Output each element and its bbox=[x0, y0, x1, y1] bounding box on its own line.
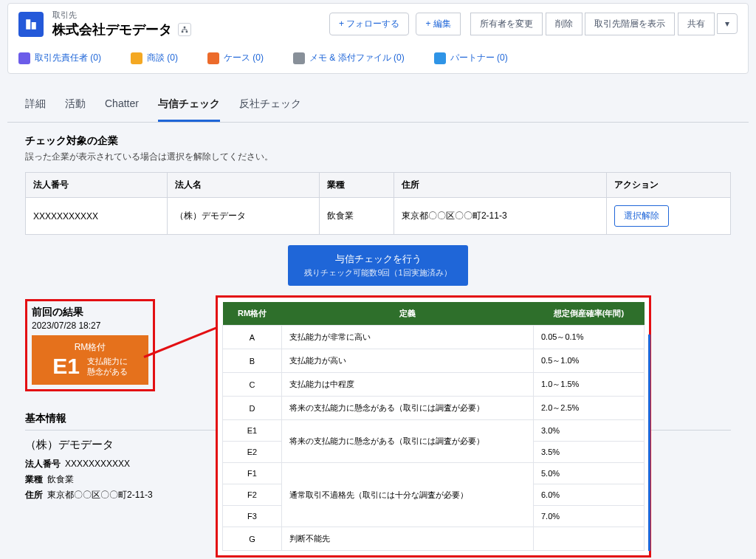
unselect-button[interactable]: 選択解除 bbox=[614, 205, 669, 227]
cell-grade: F2 bbox=[223, 484, 282, 506]
table-row: B支払能力が高い0.5～1.0% bbox=[223, 349, 645, 373]
cell-grade: B bbox=[223, 349, 282, 373]
col-address: 住所 bbox=[394, 173, 607, 198]
col-rm-grade: RM格付 bbox=[223, 302, 282, 326]
cell-probability: 0.05～0.1% bbox=[534, 326, 645, 349]
run-credit-check-button[interactable]: 与信チェックを行う 残りチェック可能数9回（1回実施済み） bbox=[288, 245, 467, 286]
table-row: C支払能力は中程度1.0～1.5% bbox=[223, 373, 645, 397]
section-title: チェック対象の企業 bbox=[25, 134, 731, 148]
rating-definition-table: RM格付 定義 想定倒産確率(年間) A支払能力が非常に高い0.05～0.1%B… bbox=[222, 302, 645, 551]
section-subtitle: 誤った企業が表示されている場合は選択を解除してください。 bbox=[25, 151, 731, 163]
cell-probability: 3.5% bbox=[534, 442, 645, 463]
previous-result-timestamp: 2023/07/28 18:27 bbox=[32, 320, 148, 331]
record-name: 株式会社デモデータ bbox=[52, 21, 172, 38]
rm-label: RM格付 bbox=[38, 341, 142, 354]
col-corp-name: 法人名 bbox=[168, 173, 320, 198]
cell-grade: C bbox=[223, 373, 282, 397]
related-cases[interactable]: ケース (0) bbox=[224, 52, 264, 64]
related-opportunities[interactable]: 商談 (0) bbox=[147, 52, 178, 64]
cell-definition: 将来の支払能力に懸念がある（取引には調査が必要） bbox=[282, 420, 534, 463]
tab-credit-check[interactable]: 与信チェック bbox=[158, 97, 220, 122]
related-contacts[interactable]: 取引先責任者 (0) bbox=[35, 52, 101, 64]
tab-antisocial-check[interactable]: 反社チェック bbox=[239, 97, 301, 122]
cell-grade: F1 bbox=[223, 463, 282, 484]
company-table: 法人番号 法人名 業種 住所 アクション XXXXXXXXXXX （株）デモデー… bbox=[25, 172, 731, 235]
col-probability: 想定倒産確率(年間) bbox=[534, 302, 645, 326]
hierarchy-button[interactable]: 取引先階層を表示 bbox=[585, 13, 675, 35]
note-icon bbox=[293, 52, 305, 64]
svg-rect-1 bbox=[32, 22, 36, 30]
cell-grade: E1 bbox=[223, 420, 282, 442]
col-definition: 定義 bbox=[282, 302, 534, 326]
svg-rect-2 bbox=[184, 27, 186, 29]
cell-grade: D bbox=[223, 397, 282, 420]
cell-definition: 通常取引不適格先（取引には十分な調査が必要） bbox=[282, 463, 534, 527]
cell-probability: 2.0～2.5% bbox=[534, 397, 645, 420]
table-row: XXXXXXXXXXX （株）デモデータ 飲食業 東京都〇〇区〇〇町2-11-3… bbox=[26, 198, 731, 235]
cell-definition: 判断不能先 bbox=[282, 527, 534, 551]
basic-industry: 飲食業 bbox=[47, 474, 74, 484]
svg-rect-4 bbox=[186, 31, 188, 33]
header-actions: フォローする 編集 所有者を変更 削除 取引先階層を表示 共有 ▾ bbox=[329, 13, 738, 35]
cell-probability: 1.0～1.5% bbox=[534, 373, 645, 397]
hierarchy-icon[interactable] bbox=[178, 23, 191, 36]
case-icon bbox=[207, 52, 219, 64]
tab-detail[interactable]: 詳細 bbox=[25, 97, 46, 122]
cell-definition: 将来の支払能力に懸念がある（取引には調査が必要） bbox=[282, 397, 534, 420]
basic-address: 東京都〇〇区〇〇町2-11-3 bbox=[47, 490, 153, 500]
run-button-label: 与信チェックを行う bbox=[335, 253, 422, 264]
table-row: D将来の支払能力に懸念がある（取引には調査が必要）2.0～2.5% bbox=[223, 397, 645, 420]
cell-probability: 6.0% bbox=[534, 484, 645, 506]
partner-icon bbox=[434, 52, 446, 64]
account-icon bbox=[18, 12, 44, 37]
contact-icon bbox=[18, 52, 30, 64]
cell-probability: 5.0% bbox=[534, 463, 645, 484]
related-notes[interactable]: メモ & 添付ファイル (0) bbox=[309, 52, 405, 64]
cell-corp-number: XXXXXXXXXXX bbox=[26, 198, 168, 235]
change-owner-button[interactable]: 所有者を変更 bbox=[470, 13, 543, 35]
cell-grade: E2 bbox=[223, 442, 282, 463]
cell-probability: 0.5～1.0% bbox=[534, 349, 645, 373]
edit-button[interactable]: 編集 bbox=[416, 13, 460, 35]
tabs: 詳細 活動 Chatter 与信チェック 反社チェック bbox=[7, 81, 749, 123]
basic-corp-number: XXXXXXXXXXX bbox=[65, 459, 130, 469]
run-button-sub: 残りチェック可能数9回（1回実施済み） bbox=[304, 267, 451, 278]
previous-result-box: 前回の結果 2023/07/28 18:27 RM格付 E1 支払能力に 懸念が… bbox=[25, 299, 155, 391]
tab-activity[interactable]: 活動 bbox=[65, 97, 86, 122]
record-header: 取引先 株式会社デモデータ フォローする 編集 所有者を変更 削除 取引先階層を… bbox=[7, 3, 749, 74]
col-corp-number: 法人番号 bbox=[26, 173, 168, 198]
rm-grade: E1 bbox=[52, 354, 80, 379]
opportunity-icon bbox=[131, 52, 142, 64]
cell-probability bbox=[534, 527, 645, 551]
svg-rect-0 bbox=[26, 19, 30, 30]
table-row: F1通常取引不適格先（取引には十分な調査が必要）5.0% bbox=[223, 463, 645, 484]
cell-corp-name: （株）デモデータ bbox=[168, 198, 320, 235]
follow-button[interactable]: フォローする bbox=[329, 13, 409, 35]
cell-grade: F3 bbox=[223, 506, 282, 527]
rating-definition-panel: RM格付 定義 想定倒産確率(年間) A支払能力が非常に高い0.05～0.1%B… bbox=[216, 295, 651, 558]
col-industry: 業種 bbox=[320, 173, 394, 198]
cell-definition: 支払能力が非常に高い bbox=[282, 326, 534, 349]
table-row: G判断不能先 bbox=[223, 527, 645, 551]
table-row: A支払能力が非常に高い0.05～0.1% bbox=[223, 326, 645, 349]
svg-rect-3 bbox=[182, 31, 184, 33]
cell-grade: A bbox=[223, 326, 282, 349]
share-button[interactable]: 共有 bbox=[678, 13, 715, 35]
rm-rating-badge: RM格付 E1 支払能力に 懸念がある bbox=[32, 335, 148, 385]
tab-chatter[interactable]: Chatter bbox=[105, 97, 139, 122]
cell-definition: 支払能力は中程度 bbox=[282, 373, 534, 397]
delete-button[interactable]: 削除 bbox=[546, 13, 583, 35]
table-row: E1将来の支払能力に懸念がある（取引には調査が必要）3.0% bbox=[223, 420, 645, 442]
cell-industry: 飲食業 bbox=[320, 198, 394, 235]
previous-result-title: 前回の結果 bbox=[32, 306, 148, 319]
cell-address: 東京都〇〇区〇〇町2-11-3 bbox=[394, 198, 607, 235]
cell-definition: 支払能力が高い bbox=[282, 349, 534, 373]
scrollbar[interactable] bbox=[648, 335, 650, 551]
object-label: 取引先 bbox=[52, 10, 191, 21]
cell-probability: 7.0% bbox=[534, 506, 645, 527]
cell-probability: 3.0% bbox=[534, 420, 645, 442]
col-action: アクション bbox=[607, 173, 731, 198]
more-actions-button[interactable]: ▾ bbox=[717, 13, 738, 34]
related-partners[interactable]: パートナー (0) bbox=[450, 52, 508, 64]
cell-grade: G bbox=[223, 527, 282, 551]
